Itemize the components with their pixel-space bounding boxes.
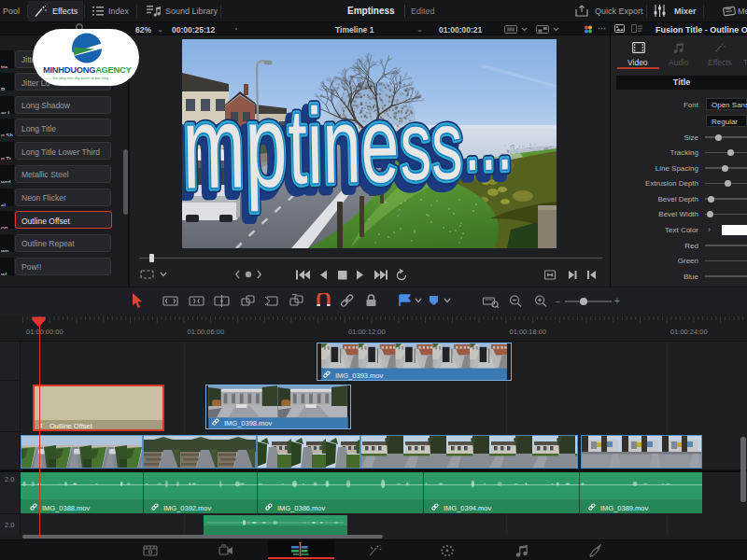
svg-text:tine: tine (288, 85, 401, 206)
svg-text:ss: ss (399, 90, 463, 201)
svg-text:...: ... (463, 87, 514, 189)
svg-text:mp: mp (182, 79, 289, 212)
